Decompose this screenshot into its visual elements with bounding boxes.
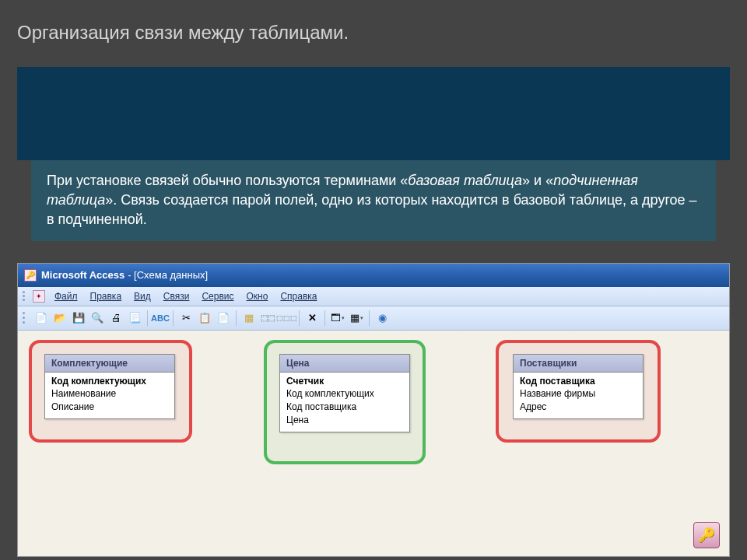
copy-icon[interactable]: 📋 [196, 310, 213, 327]
access-corner-key-icon: 🔑 [693, 522, 720, 548]
relationships-canvas[interactable]: Комплектующие Код комплектующих Наименов… [18, 331, 729, 556]
table-field-pk[interactable]: Код поставщика [520, 375, 637, 388]
toolbar: 📄 📂 💾 🔍 🖨 📃 ABC ✂ 📋 📄 ▦ ⬚⬚ ⬚⬚⬚ ✕ 🗔 ▦ ◉ [18, 306, 729, 331]
table-field[interactable]: Название фирмы [520, 387, 637, 401]
open-icon[interactable]: 📂 [51, 310, 68, 327]
search-icon[interactable]: 🔍 [89, 310, 106, 327]
table-field-pk[interactable]: Код комплектующих [51, 375, 168, 388]
table-title: Поставщики [514, 355, 643, 373]
menu-help[interactable]: Справка [274, 289, 323, 303]
access-window: 🔑 Microsoft Access - [Схема данных] ✦ Фа… [17, 263, 730, 557]
table-field[interactable]: Наименование [51, 387, 168, 401]
toolbar-handle[interactable] [23, 311, 28, 325]
access-app-icon: 🔑 [24, 269, 37, 282]
menu-file[interactable]: Файл [48, 289, 84, 303]
toolbar-separator [369, 310, 370, 326]
table-box-postavshchiki[interactable]: Поставщики Код поставщика Название фирмы… [513, 354, 644, 419]
menu-tools[interactable]: Сервис [195, 289, 240, 303]
show-all-icon[interactable]: ⬚⬚⬚ [278, 310, 295, 327]
table-box-tsena[interactable]: Цена Счетчик Код комплектующих Код поста… [279, 354, 410, 432]
body-text-part: » и « [522, 173, 553, 188]
menu-relationships[interactable]: Связи [157, 289, 196, 303]
table-field[interactable]: Описание [51, 401, 168, 414]
paste-icon[interactable]: 📄 [215, 310, 232, 327]
delete-icon[interactable]: ✕ [303, 310, 321, 327]
table-title: Цена [280, 355, 409, 373]
toolbar-separator [236, 310, 237, 326]
show-direct-icon[interactable]: ⬚⬚ [259, 310, 276, 327]
help-icon[interactable]: ◉ [374, 310, 391, 327]
new-object-icon[interactable]: ▦ [348, 310, 365, 327]
toolbar-separator [324, 310, 325, 326]
slide-title: Организация связи между таблицами. [0, 0, 747, 51]
menubar-leading-icon[interactable]: ✦ [33, 290, 45, 303]
print-preview-icon[interactable]: 📃 [126, 310, 143, 327]
menubar-handle[interactable] [23, 290, 28, 303]
menu-bar: ✦ Файл Правка Вид Связи Сервис Окно Спра… [18, 287, 729, 306]
toolbar-separator [173, 310, 174, 326]
menu-edit[interactable]: Правка [84, 289, 128, 303]
table-title: Комплектующие [45, 355, 174, 373]
menu-view[interactable]: Вид [128, 289, 157, 303]
table-field[interactable]: Цена [286, 414, 403, 427]
slide-body-text: При установке связей обычно пользуются т… [31, 160, 716, 241]
show-table-icon[interactable]: ▦ [240, 310, 258, 327]
print-icon[interactable]: 🖨 [107, 310, 124, 327]
window-doc-title: - [Схема данных] [128, 269, 208, 281]
toolbar-separator [147, 310, 148, 326]
menu-window[interactable]: Окно [240, 289, 274, 303]
table-field-pk[interactable]: Счетчик [286, 375, 403, 388]
body-text-part: ». Связь создается парой полей, одно из … [47, 192, 697, 227]
body-term-base: базовая таблица [408, 173, 522, 188]
table-field[interactable]: Код поставщика [286, 401, 403, 414]
toolbar-separator [299, 310, 300, 326]
cut-icon[interactable]: ✂ [177, 310, 195, 327]
table-field[interactable]: Адрес [520, 401, 637, 414]
blue-spacer-panel [17, 67, 730, 160]
access-titlebar: 🔑 Microsoft Access - [Схема данных] [18, 264, 729, 287]
db-window-icon[interactable]: 🗔 [329, 310, 346, 327]
new-icon[interactable]: 📄 [33, 310, 50, 327]
save-icon[interactable]: 💾 [70, 310, 87, 327]
body-text-part: При установке связей обычно пользуются т… [47, 173, 408, 188]
spellcheck-icon[interactable]: ABC [152, 310, 169, 327]
table-box-komplektuyushchie[interactable]: Комплектующие Код комплектующих Наименов… [44, 354, 175, 419]
table-field[interactable]: Код комплектующих [286, 387, 403, 401]
window-app-name: Microsoft Access [41, 269, 124, 281]
